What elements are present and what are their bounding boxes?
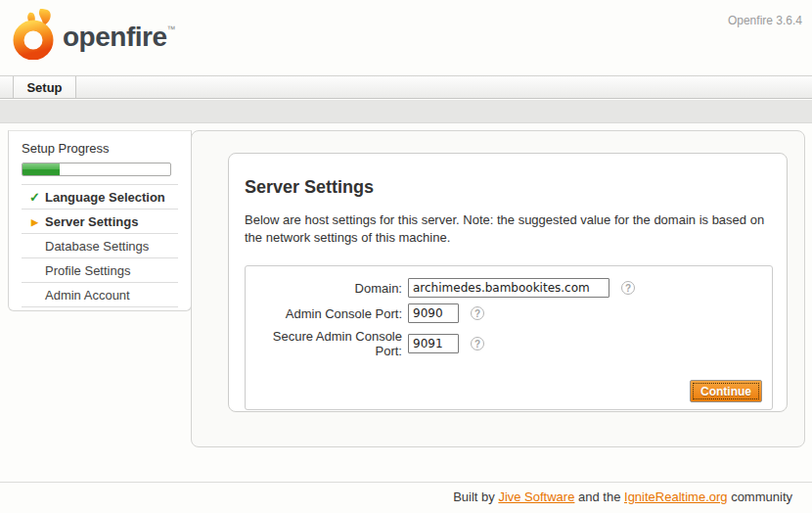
admin-port-input[interactable] [408, 303, 459, 323]
tab-bar: Setup [0, 75, 812, 99]
step-database-settings: Database Settings [22, 234, 178, 258]
openfire-flame-icon [12, 9, 59, 60]
step-label: Database Settings [45, 239, 149, 254]
form-row-secure-port: Secure Admin Console Port: ? [246, 329, 772, 358]
footer-divider [0, 482, 812, 483]
progress-bar-fill [23, 163, 60, 175]
step-label: Profile Settings [45, 263, 130, 278]
trademark: ™ [166, 24, 175, 34]
step-server-settings: ▶ Server Settings [22, 210, 178, 234]
page-description: Below are host settings for this server.… [245, 211, 771, 246]
version-label: Openfire 3.6.4 [728, 14, 802, 27]
step-language-selection: ✓ Language Selection [22, 185, 178, 210]
brand-wordmark: openfire™ [63, 22, 175, 53]
form-row-domain: Domain: ? [246, 278, 772, 298]
jive-software-link[interactable]: Jive Software [498, 490, 574, 504]
step-profile-settings: Profile Settings [22, 258, 178, 283]
setup-progress-title: Setup Progress [22, 141, 191, 156]
setup-steps-list: ✓ Language Selection ▶ Server Settings D… [22, 184, 178, 307]
tab-setup[interactable]: Setup [13, 76, 76, 98]
page-title: Server Settings [245, 177, 771, 198]
footer-text: community [728, 490, 792, 504]
step-label: Admin Account [45, 288, 130, 303]
admin-port-label: Admin Console Port: [246, 306, 402, 321]
setup-progress-panel: Setup Progress ✓ Language Selection ▶ Se… [8, 130, 192, 311]
continue-button[interactable]: Continue [690, 380, 762, 402]
igniterealtime-link[interactable]: IgniteRealtime.org [624, 490, 728, 504]
arrow-right-icon: ▶ [31, 210, 38, 235]
domain-label: Domain: [246, 281, 402, 296]
secure-port-input[interactable] [408, 334, 459, 353]
step-label: Server Settings [45, 214, 138, 229]
footer-credits: Built by Jive Software and the IgniteRea… [453, 490, 792, 504]
help-icon[interactable]: ? [471, 306, 484, 320]
server-settings-form: Domain: ? Admin Console Port: ? Secure A… [245, 265, 773, 410]
footer-text: Built by [453, 490, 498, 504]
progress-bar [22, 163, 171, 176]
sub-toolbar [0, 100, 812, 123]
openfire-setup-page: openfire™ Openfire 3.6.4 Setup Setup Pro… [0, 0, 812, 513]
main-content-panel: Server Settings Below are host settings … [191, 130, 805, 447]
step-admin-account: Admin Account [22, 283, 178, 307]
check-icon: ✓ [29, 185, 40, 210]
secure-port-label: Secure Admin Console Port: [246, 329, 402, 358]
footer-text: and the [574, 490, 624, 504]
help-icon[interactable]: ? [471, 337, 484, 350]
form-row-admin-port: Admin Console Port: ? [246, 303, 772, 323]
step-label: Language Selection [45, 190, 165, 205]
domain-input[interactable] [408, 278, 609, 298]
help-icon[interactable]: ? [621, 281, 635, 295]
server-settings-card: Server Settings Below are host settings … [228, 153, 788, 412]
